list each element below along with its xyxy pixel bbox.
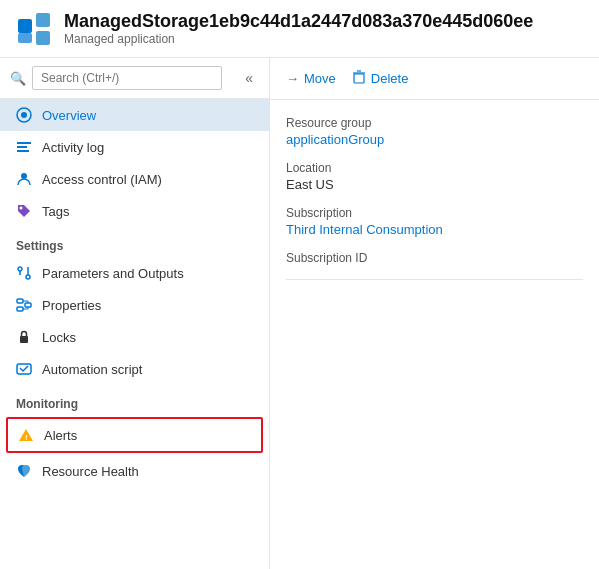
svg-rect-7 (17, 146, 27, 148)
svg-rect-8 (17, 150, 29, 152)
main-container: 🔍 « Overview Activity log Access control… (0, 58, 599, 569)
svg-rect-24 (354, 74, 364, 83)
svg-rect-0 (18, 19, 32, 33)
svg-point-9 (21, 173, 27, 179)
subscription-row: Subscription Third Internal Consumption (286, 206, 583, 237)
subscription-id-label: Subscription ID (286, 251, 583, 265)
svg-rect-2 (36, 31, 50, 45)
svg-rect-3 (18, 33, 32, 43)
sidebar-item-label: Parameters and Outputs (42, 266, 184, 281)
content-area: → Move Delete Resource group application… (270, 58, 599, 569)
sidebar-item-locks[interactable]: Locks (0, 321, 269, 353)
sidebar-item-alerts[interactable]: ! Alerts (6, 417, 263, 453)
sidebar-item-label: Automation script (42, 362, 142, 377)
sidebar-item-tags[interactable]: Tags (0, 195, 269, 227)
sidebar-item-properties[interactable]: Properties (0, 289, 269, 321)
resource-group-value[interactable]: applicationGroup (286, 132, 583, 147)
svg-rect-13 (17, 299, 23, 303)
search-input[interactable] (32, 66, 222, 90)
location-value: East US (286, 177, 583, 192)
sidebar-item-label: Alerts (44, 428, 77, 443)
info-divider (286, 279, 583, 280)
svg-rect-15 (25, 303, 31, 307)
sidebar: 🔍 « Overview Activity log Access control… (0, 58, 270, 569)
iam-icon (16, 171, 32, 187)
properties-icon (16, 297, 32, 313)
sidebar-item-label: Properties (42, 298, 101, 313)
tags-icon (16, 203, 32, 219)
delete-icon (352, 70, 366, 87)
subscription-id-row: Subscription ID (286, 251, 583, 265)
toolbar: → Move Delete (270, 58, 599, 100)
page-title: ManagedStorage1eb9c44d1a2447d083a370e445… (64, 11, 533, 33)
svg-rect-14 (17, 307, 23, 311)
location-row: Location East US (286, 161, 583, 192)
sidebar-item-params[interactable]: Parameters and Outputs (0, 257, 269, 289)
sidebar-item-activity-log[interactable]: Activity log (0, 131, 269, 163)
sidebar-item-label: Overview (42, 108, 96, 123)
sidebar-item-label: Locks (42, 330, 76, 345)
monitoring-section-label: Monitoring (0, 385, 269, 415)
svg-rect-1 (36, 13, 50, 27)
location-label: Location (286, 161, 583, 175)
svg-text:!: ! (25, 433, 28, 442)
resource-health-icon (16, 463, 32, 479)
info-section: Resource group applicationGroup Location… (270, 100, 599, 304)
params-icon (16, 265, 32, 281)
automation-icon (16, 361, 32, 377)
sidebar-item-label: Tags (42, 204, 69, 219)
app-header: ManagedStorage1eb9c44d1a2447d083a370e445… (0, 0, 599, 58)
overview-icon (16, 107, 32, 123)
activity-log-icon (16, 139, 32, 155)
move-button[interactable]: → Move (286, 69, 336, 88)
page-subtitle: Managed application (64, 32, 533, 46)
svg-rect-20 (20, 336, 28, 343)
header-text: ManagedStorage1eb9c44d1a2447d083a370e445… (64, 11, 533, 47)
svg-rect-6 (17, 142, 31, 144)
sidebar-item-access-control[interactable]: Access control (IAM) (0, 163, 269, 195)
alerts-icon: ! (18, 427, 34, 443)
sidebar-item-label: Access control (IAM) (42, 172, 162, 187)
subscription-value[interactable]: Third Internal Consumption (286, 222, 583, 237)
collapse-button[interactable]: « (239, 68, 259, 88)
svg-point-5 (21, 112, 27, 118)
search-icon: 🔍 (10, 71, 26, 86)
svg-point-12 (26, 275, 30, 279)
settings-section-label: Settings (0, 227, 269, 257)
sidebar-item-label: Activity log (42, 140, 104, 155)
sidebar-item-label: Resource Health (42, 464, 139, 479)
sidebar-item-automation[interactable]: Automation script (0, 353, 269, 385)
move-icon: → (286, 71, 299, 86)
sidebar-item-overview[interactable]: Overview (0, 99, 269, 131)
subscription-label: Subscription (286, 206, 583, 220)
search-bar: 🔍 « (0, 58, 269, 99)
app-icon (16, 11, 52, 47)
locks-icon (16, 329, 32, 345)
delete-button[interactable]: Delete (352, 68, 409, 89)
resource-group-row: Resource group applicationGroup (286, 116, 583, 147)
sidebar-item-resource-health[interactable]: Resource Health (0, 455, 269, 487)
resource-group-label: Resource group (286, 116, 583, 130)
svg-point-10 (20, 207, 23, 210)
svg-point-11 (18, 267, 22, 271)
